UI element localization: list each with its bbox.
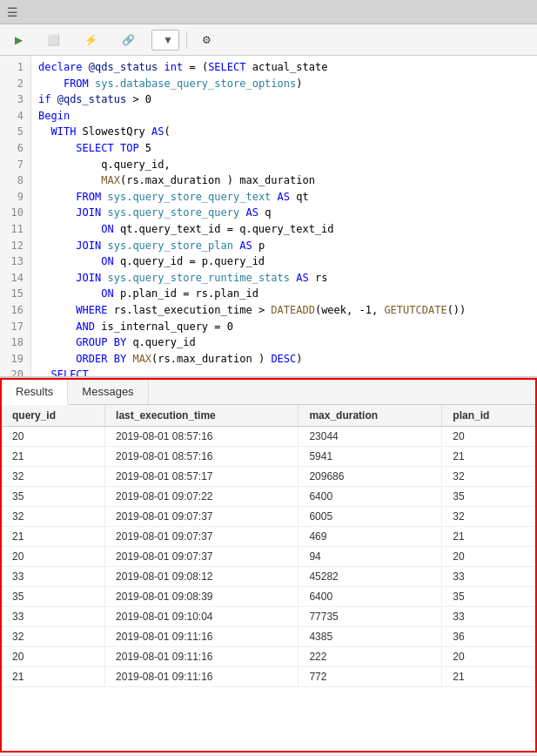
editor-area: 12345678910111213141516171819202122 decl… bbox=[0, 56, 537, 378]
disconnect-button[interactable]: ⚡ bbox=[77, 30, 109, 50]
disconnect-icon: ⚡ bbox=[84, 34, 97, 46]
cell-last_execution_time: 2019-08-01 09:10:04 bbox=[105, 607, 299, 627]
table-row: 202019-08-01 09:07:379420 bbox=[2, 547, 535, 567]
table-row: 202019-08-01 09:11:1622220 bbox=[2, 647, 535, 667]
cell-last_execution_time: 2019-08-01 09:07:22 bbox=[105, 487, 299, 507]
column-header-query_id: query_id bbox=[2, 405, 105, 427]
toolbar: ▶ ⬜ ⚡ 🔗 ▼ ⚙ bbox=[0, 24, 537, 56]
cell-max_duration: 222 bbox=[299, 647, 442, 667]
run-button[interactable]: ▶ bbox=[7, 30, 34, 50]
cell-last_execution_time: 2019-08-01 09:08:12 bbox=[105, 567, 299, 587]
cell-max_duration: 6400 bbox=[299, 487, 442, 507]
cell-max_duration: 45282 bbox=[299, 567, 442, 587]
dropdown-arrow-icon: ▼ bbox=[163, 34, 173, 46]
cell-max_duration: 469 bbox=[299, 527, 442, 547]
change-connection-button[interactable]: 🔗 bbox=[114, 30, 146, 50]
cell-last_execution_time: 2019-08-01 09:08:39 bbox=[105, 587, 299, 607]
cell-max_duration: 772 bbox=[299, 667, 442, 687]
cell-query_id: 32 bbox=[2, 467, 105, 487]
cell-last_execution_time: 2019-08-01 09:07:37 bbox=[105, 547, 299, 567]
cell-max_duration: 77735 bbox=[299, 607, 442, 627]
cell-query_id: 20 bbox=[2, 647, 105, 667]
cell-last_execution_time: 2019-08-01 08:57:16 bbox=[105, 447, 299, 467]
cell-max_duration: 6400 bbox=[299, 587, 442, 607]
cell-last_execution_time: 2019-08-01 08:57:16 bbox=[105, 427, 299, 447]
title-bar-left: ☰ bbox=[7, 5, 23, 19]
cell-last_execution_time: 2019-08-01 09:07:37 bbox=[105, 527, 299, 547]
cell-query_id: 21 bbox=[2, 447, 105, 467]
cell-max_duration: 5941 bbox=[299, 447, 442, 467]
cell-max_duration: 209686 bbox=[299, 467, 442, 487]
cell-max_duration: 94 bbox=[299, 547, 442, 567]
table-row: 332019-08-01 09:10:047773533 bbox=[2, 607, 535, 627]
table-row: 352019-08-01 09:08:39640035 bbox=[2, 587, 535, 607]
cell-last_execution_time: 2019-08-01 08:57:17 bbox=[105, 467, 299, 487]
cell-query_id: 21 bbox=[2, 667, 105, 687]
results-table: query_idlast_execution_timemax_durationp… bbox=[2, 405, 535, 687]
cell-query_id: 21 bbox=[2, 527, 105, 547]
table-row: 202019-08-01 08:57:162304420 bbox=[2, 427, 535, 447]
run-icon: ▶ bbox=[15, 34, 23, 46]
explain-icon: ⚙ bbox=[202, 34, 211, 46]
cell-plan_id: 33 bbox=[442, 607, 535, 627]
results-tab-results[interactable]: Results bbox=[2, 380, 68, 405]
cell-plan_id: 32 bbox=[442, 507, 535, 527]
line-numbers: 12345678910111213141516171819202122 bbox=[0, 56, 31, 376]
cell-plan_id: 35 bbox=[442, 487, 535, 507]
cell-last_execution_time: 2019-08-01 09:11:16 bbox=[105, 647, 299, 667]
cell-plan_id: 33 bbox=[442, 567, 535, 587]
cell-max_duration: 6005 bbox=[299, 507, 442, 527]
cell-plan_id: 21 bbox=[442, 527, 535, 547]
toolbar-separator bbox=[186, 31, 187, 49]
cell-query_id: 35 bbox=[2, 587, 105, 607]
results-tab-messages[interactable]: Messages bbox=[68, 380, 148, 404]
cell-max_duration: 4385 bbox=[299, 627, 442, 647]
cancel-icon: ⬜ bbox=[47, 34, 60, 46]
table-row: 212019-08-01 09:07:3746921 bbox=[2, 527, 535, 547]
table-row: 322019-08-01 08:57:1720968632 bbox=[2, 467, 535, 487]
cell-plan_id: 35 bbox=[442, 587, 535, 607]
bottom-container: ResultsMessages query_idlast_execution_t… bbox=[0, 378, 537, 753]
cell-query_id: 33 bbox=[2, 607, 105, 627]
cell-max_duration: 23044 bbox=[299, 427, 442, 447]
cell-plan_id: 21 bbox=[442, 447, 535, 467]
cell-plan_id: 21 bbox=[442, 667, 535, 687]
column-header-last_execution_time: last_execution_time bbox=[105, 405, 299, 427]
change-connection-icon: 🔗 bbox=[122, 34, 135, 46]
table-row: 322019-08-01 09:11:16438536 bbox=[2, 627, 535, 647]
results-table-container[interactable]: query_idlast_execution_timemax_durationp… bbox=[2, 405, 535, 751]
cancel-button[interactable]: ⬜ bbox=[39, 30, 71, 50]
table-row: 332019-08-01 09:08:124528233 bbox=[2, 567, 535, 587]
column-header-plan_id: plan_id bbox=[442, 405, 535, 427]
cell-last_execution_time: 2019-08-01 09:11:16 bbox=[105, 627, 299, 647]
cell-last_execution_time: 2019-08-01 09:11:16 bbox=[105, 667, 299, 687]
cell-plan_id: 36 bbox=[442, 627, 535, 647]
cell-query_id: 32 bbox=[2, 507, 105, 527]
table-row: 322019-08-01 09:07:37600532 bbox=[2, 507, 535, 527]
cell-plan_id: 20 bbox=[442, 427, 535, 447]
table-row: 212019-08-01 08:57:16594121 bbox=[2, 447, 535, 467]
results-tabs: ResultsMessages bbox=[2, 380, 535, 405]
explain-button[interactable]: ⚙ bbox=[194, 30, 223, 50]
cell-query_id: 32 bbox=[2, 627, 105, 647]
table-row: 212019-08-01 09:11:1677221 bbox=[2, 667, 535, 687]
title-bar: ☰ bbox=[0, 0, 537, 24]
column-header-max_duration: max_duration bbox=[299, 405, 442, 427]
cell-query_id: 20 bbox=[2, 547, 105, 567]
cell-query_id: 35 bbox=[2, 487, 105, 507]
code-content[interactable]: declare @qds_status int = (SELECT actual… bbox=[31, 56, 537, 376]
cell-plan_id: 32 bbox=[442, 467, 535, 487]
cell-query_id: 33 bbox=[2, 567, 105, 587]
cell-plan_id: 20 bbox=[442, 647, 535, 667]
cell-plan_id: 20 bbox=[442, 547, 535, 567]
menu-icon[interactable]: ☰ bbox=[7, 5, 18, 19]
table-row: 352019-08-01 09:07:22640035 bbox=[2, 487, 535, 507]
results-panel: ResultsMessages query_idlast_execution_t… bbox=[0, 378, 537, 753]
cell-last_execution_time: 2019-08-01 09:07:37 bbox=[105, 507, 299, 527]
cell-query_id: 20 bbox=[2, 427, 105, 447]
connection-dropdown[interactable]: ▼ bbox=[151, 30, 179, 51]
